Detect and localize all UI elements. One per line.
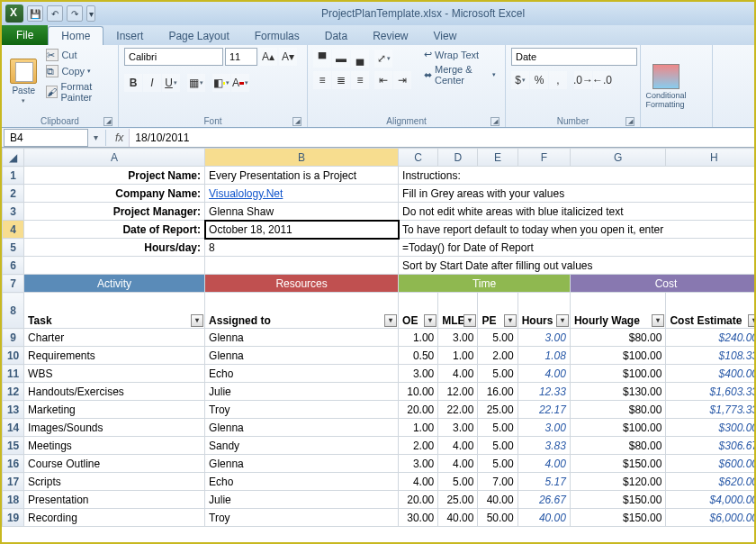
table-row[interactable]: 11 WBS Echo 3.00 4.00 5.00 4.00 $100.00 … — [3, 365, 755, 383]
column-headers[interactable]: ◢ A B C D E F G H — [3, 149, 755, 167]
grow-font-button[interactable]: A▴ — [259, 48, 277, 66]
row-header[interactable]: 16 — [3, 455, 24, 473]
accounting-format-button[interactable]: $ — [511, 71, 529, 89]
worksheet-grid[interactable]: ◢ A B C D E F G H 1Project Name:Every Pr… — [2, 148, 754, 527]
col-header-E[interactable]: E — [478, 149, 518, 167]
paste-button[interactable]: Paste ▾ — [7, 48, 40, 115]
clipboard-launcher[interactable]: ◢ — [104, 117, 112, 126]
filter-button[interactable]: ▾ — [748, 314, 754, 327]
tab-formulas[interactable]: Formulas — [242, 27, 312, 45]
company-link[interactable]: Visualology.Net — [205, 185, 399, 203]
row-header[interactable]: 9 — [3, 329, 24, 347]
file-tab[interactable]: File — [2, 25, 48, 45]
filter-button[interactable]: ▾ — [652, 314, 664, 327]
increase-indent-button[interactable]: ⇥ — [393, 71, 411, 89]
shrink-font-button[interactable]: A▾ — [279, 48, 297, 66]
font-size-select[interactable] — [225, 48, 257, 66]
row-header[interactable]: 7 — [3, 275, 24, 293]
row-header[interactable]: 10 — [3, 347, 24, 365]
table-row[interactable]: 19 Recording Troy 30.00 40.00 50.00 40.0… — [3, 509, 755, 527]
row-header[interactable]: 14 — [3, 419, 24, 437]
italic-button[interactable]: I — [143, 74, 161, 92]
underline-button[interactable]: U — [162, 74, 180, 92]
table-row[interactable]: 13 Marketing Troy 20.00 22.00 25.00 22.1… — [3, 401, 755, 419]
row-header[interactable]: 15 — [3, 437, 24, 455]
fill-color-button[interactable]: ◧ — [212, 74, 230, 92]
row-header[interactable]: 13 — [3, 401, 24, 419]
format-painter-button[interactable]: 🖌Format Painter — [43, 80, 112, 104]
tab-view[interactable]: View — [421, 27, 470, 45]
tab-home[interactable]: Home — [48, 26, 104, 45]
filter-button[interactable]: ▾ — [424, 314, 436, 327]
border-button[interactable]: ▦ — [187, 74, 205, 92]
col-header-F[interactable]: F — [518, 149, 570, 167]
row-header[interactable]: 6 — [3, 257, 24, 275]
orientation-button[interactable]: ⤢ — [374, 50, 392, 68]
filter-button[interactable]: ▾ — [556, 314, 569, 327]
name-box[interactable] — [4, 129, 88, 147]
col-header-H[interactable]: H — [666, 149, 754, 167]
font-name-select[interactable] — [124, 48, 223, 66]
col-header-G[interactable]: G — [570, 149, 666, 167]
active-cell[interactable]: October 18, 2011 — [205, 221, 399, 239]
comma-format-button[interactable]: , — [549, 71, 567, 89]
fx-button[interactable]: fx — [110, 131, 129, 144]
row-header[interactable]: 11 — [3, 365, 24, 383]
row-header[interactable]: 17 — [3, 473, 24, 491]
table-row[interactable]: 15 Meetings Sandy 2.00 4.00 5.00 3.83 $8… — [3, 437, 755, 455]
row-header[interactable]: 12 — [3, 383, 24, 401]
tab-page-layout[interactable]: Page Layout — [156, 27, 241, 45]
name-box-dropdown[interactable]: ▾ — [90, 132, 102, 142]
tab-review[interactable]: Review — [360, 27, 420, 45]
table-row[interactable]: 9 Charter Glenna 1.00 3.00 5.00 3.00 $80… — [3, 329, 755, 347]
filter-button[interactable]: ▾ — [384, 314, 397, 327]
row-header[interactable]: 5 — [3, 239, 24, 257]
row-header[interactable]: 19 — [3, 509, 24, 527]
row-header[interactable]: 3 — [3, 203, 24, 221]
row-header[interactable]: 1 — [3, 167, 24, 185]
wrap-text-button[interactable]: ↩Wrap Text — [420, 48, 500, 61]
decrease-indent-button[interactable]: ⇤ — [374, 71, 392, 89]
decrease-decimal-button[interactable]: ←.0 — [593, 71, 611, 89]
undo-button[interactable]: ↶ — [47, 5, 63, 22]
row-header[interactable]: 4 — [3, 221, 24, 239]
align-middle-button[interactable]: ▬ — [332, 50, 350, 68]
font-launcher[interactable]: ◢ — [292, 117, 302, 126]
tab-insert[interactable]: Insert — [104, 27, 156, 45]
table-row[interactable]: 17 Scripts Echo 4.00 5.00 7.00 5.17 $120… — [3, 473, 755, 491]
number-format-select[interactable] — [511, 48, 637, 66]
col-header-B[interactable]: B — [205, 149, 399, 167]
table-row[interactable]: 10 Requirements Glenna 0.50 1.00 2.00 1.… — [3, 347, 755, 365]
table-row[interactable]: 12 Handouts/Exercises Julie 10.00 12.00 … — [3, 383, 755, 401]
row-header[interactable]: 8 — [3, 293, 24, 329]
percent-format-button[interactable]: % — [530, 71, 548, 89]
col-header-A[interactable]: A — [24, 149, 205, 167]
row-header[interactable]: 18 — [3, 491, 24, 509]
redo-button[interactable]: ↷ — [67, 5, 83, 22]
alignment-launcher[interactable]: ◢ — [490, 117, 500, 126]
select-all-button[interactable]: ◢ — [3, 149, 24, 167]
align-center-button[interactable]: ≣ — [332, 71, 350, 89]
conditional-formatting-button[interactable]: Conditional Formatting — [646, 48, 686, 125]
col-header-D[interactable]: D — [438, 149, 478, 167]
number-launcher[interactable]: ◢ — [626, 117, 634, 126]
font-color-button[interactable]: A — [231, 74, 249, 92]
col-header-C[interactable]: C — [399, 149, 438, 167]
increase-decimal-button[interactable]: .0→ — [574, 71, 592, 89]
table-row[interactable]: 18 Presentation Julie 20.00 25.00 40.00 … — [3, 491, 755, 509]
table-row[interactable]: 16 Course Outline Glenna 3.00 4.00 5.00 … — [3, 455, 755, 473]
filter-button[interactable]: ▾ — [191, 314, 203, 327]
copy-button[interactable]: ⧉Copy▾ — [43, 64, 112, 78]
align-right-button[interactable]: ≡ — [351, 71, 369, 89]
filter-button[interactable]: ▾ — [504, 314, 517, 327]
formula-input[interactable] — [129, 129, 754, 147]
merge-center-button[interactable]: ⬌Merge & Center▾ — [420, 63, 500, 86]
align-bottom-button[interactable]: ▄ — [351, 50, 369, 68]
tab-data[interactable]: Data — [312, 27, 360, 45]
align-left-button[interactable]: ≡ — [313, 71, 331, 89]
filter-button[interactable]: ▾ — [464, 314, 476, 327]
bold-button[interactable]: B — [124, 74, 142, 92]
table-row[interactable]: 14 Images/Sounds Glenna 1.00 3.00 5.00 3… — [3, 419, 755, 437]
cut-button[interactable]: ✂Cut — [43, 48, 112, 62]
qat-customize-button[interactable]: ▾ — [86, 5, 95, 22]
